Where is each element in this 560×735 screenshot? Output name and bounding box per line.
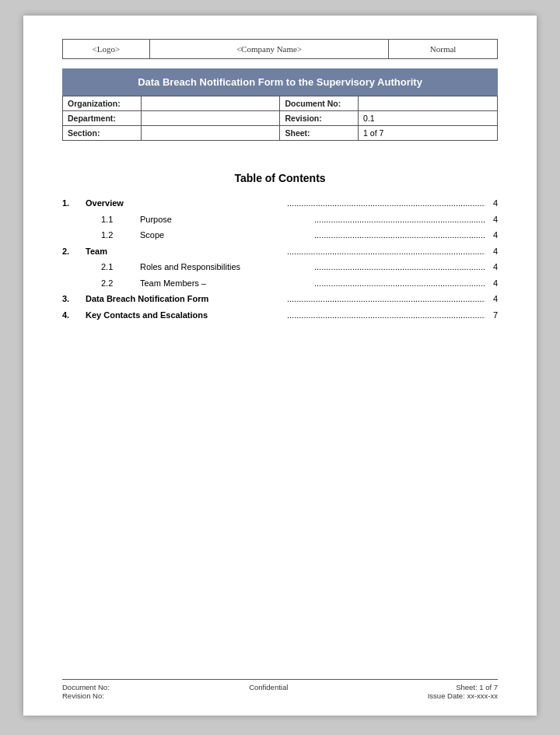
toc-item-3: 3. Data Breach Notification Form .......… — [62, 292, 498, 306]
page: <Logo> <Company Name> Normal Data Breach… — [23, 16, 537, 716]
header-company: <Company Name> — [149, 40, 388, 59]
section-label: Section: — [63, 126, 142, 141]
toc-text-2: Team — [86, 245, 284, 258]
org-label: Organization: — [63, 96, 142, 111]
document-title: Data Breach Notification Form to the Sup… — [62, 68, 498, 96]
toc-page-2-2: 4 — [488, 277, 498, 290]
toc-text-1-1: Purpose — [140, 213, 311, 226]
toc-subnum-1-2: 1.2 — [101, 229, 140, 242]
sheet-value: 1 of 7 — [359, 126, 498, 141]
dept-value — [141, 111, 280, 126]
toc-text-2-1: Roles and Responsibilities — [140, 261, 311, 274]
footer-center: Confidential — [249, 683, 288, 700]
footer-right: Sheet: 1 of 7 Issue Date: xx-xxx-xx — [428, 683, 498, 700]
toc-page-2-1: 4 — [488, 261, 498, 274]
docno-label: Document No: — [280, 96, 359, 111]
toc-num-4: 4. — [62, 309, 86, 322]
toc-item-4: 4. Key Contacts and Escalations ........… — [62, 309, 498, 322]
info-table: Organization: Document No: Department: R… — [62, 96, 498, 141]
footer-issue-date: Issue Date: xx-xxx-xx — [428, 691, 498, 700]
toc-dots-3: ........................................… — [287, 292, 485, 306]
toc-subnum-2-2: 2.2 — [101, 277, 140, 290]
toc-item-1: 1. Overview ............................… — [62, 197, 498, 210]
toc-text-1-2: Scope — [140, 229, 311, 242]
toc-title: Table of Contents — [62, 172, 498, 184]
footer-revno: Revision No: — [62, 691, 110, 700]
toc-dots-2-2: ........................................… — [314, 277, 485, 290]
section-value — [141, 126, 280, 141]
toc-page-3: 4 — [488, 292, 498, 306]
toc-dots-2-1: ........................................… — [314, 261, 485, 274]
toc-dots-1: ........................................… — [287, 197, 485, 210]
toc-text-1: Overview — [86, 197, 284, 210]
toc-item-2-1: 2.1 Roles and Responsibilities .........… — [62, 261, 498, 274]
dept-label: Department: — [63, 111, 142, 126]
header-style: Normal — [389, 40, 498, 59]
header-logo: <Logo> — [63, 40, 150, 59]
toc-container: 1. Overview ............................… — [62, 197, 498, 324]
header-table: <Logo> <Company Name> Normal — [62, 39, 498, 59]
toc-page-1-1: 4 — [488, 213, 498, 226]
toc-item-2-2: 2.2 Team Members – .....................… — [62, 277, 498, 290]
page-footer: Document No: Revision No: Confidential S… — [62, 679, 498, 700]
toc-dots-2: ........................................… — [287, 245, 485, 258]
toc-page-2: 4 — [488, 245, 498, 258]
toc-num-2: 2. — [62, 245, 86, 258]
toc-dots-1-2: ........................................… — [314, 229, 485, 242]
revision-value: 0.1 — [359, 111, 498, 126]
toc-dots-4: ........................................… — [287, 309, 485, 322]
sheet-label: Sheet: — [280, 126, 359, 141]
toc-item-1-1: 1.1 Purpose ............................… — [62, 213, 498, 226]
toc-num-1: 1. — [62, 197, 86, 210]
toc-page-1: 4 — [488, 197, 498, 210]
toc-page-4: 7 — [488, 309, 498, 322]
toc-item-1-2: 1.2 Scope ..............................… — [62, 229, 498, 242]
toc-page-1-2: 4 — [488, 229, 498, 242]
footer-docno: Document No: — [62, 683, 110, 691]
footer-left: Document No: Revision No: — [62, 683, 110, 700]
toc-subnum-1-1: 1.1 — [101, 213, 140, 226]
toc-item-2: 2. Team ................................… — [62, 245, 498, 258]
footer-sheet: Sheet: 1 of 7 — [428, 683, 498, 691]
docno-value — [359, 96, 498, 111]
toc-dots-1-1: ........................................… — [314, 213, 485, 226]
footer-confidential: Confidential — [249, 683, 288, 691]
org-value — [141, 96, 280, 111]
toc-text-2-2: Team Members – — [140, 277, 311, 290]
toc-subnum-2-1: 2.1 — [101, 261, 140, 274]
revision-label: Revision: — [280, 111, 359, 126]
toc-num-3: 3. — [62, 292, 86, 306]
toc-text-3: Data Breach Notification Form — [86, 292, 284, 306]
toc-text-4: Key Contacts and Escalations — [86, 309, 284, 322]
